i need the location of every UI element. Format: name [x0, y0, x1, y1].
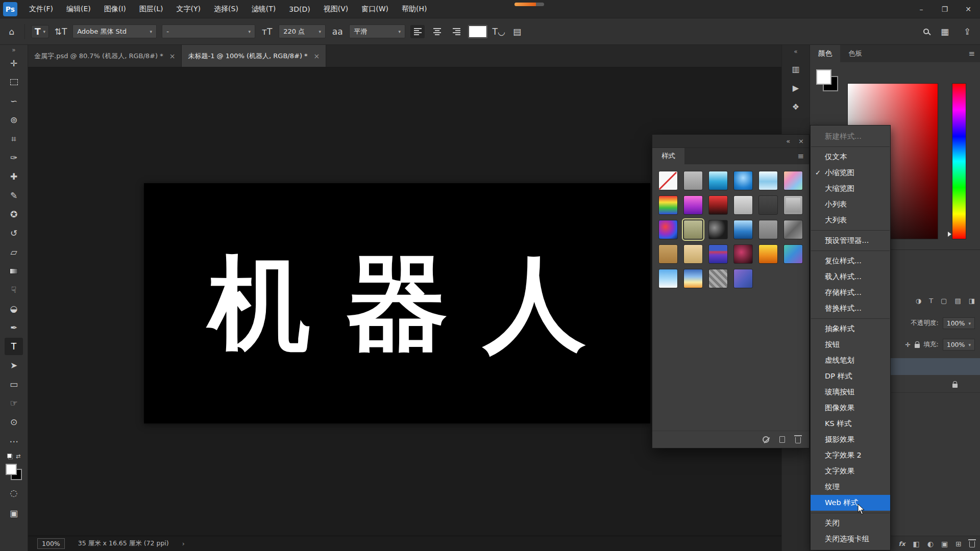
adjustment-layer-icon[interactable]: ◐: [927, 540, 934, 548]
style-swatch[interactable]: [783, 220, 803, 239]
lock-position-icon[interactable]: ✛: [905, 341, 910, 348]
context-menu-item[interactable]: KS 样式: [811, 416, 890, 432]
style-swatch[interactable]: [733, 269, 753, 288]
context-menu-item[interactable]: 大缩览图: [811, 181, 890, 196]
zoom-tool[interactable]: ⊙: [5, 413, 23, 431]
context-menu-item[interactable]: 替换样式...: [811, 300, 890, 316]
style-swatch[interactable]: [683, 171, 703, 190]
menubar-item[interactable]: 3D(D): [282, 0, 316, 18]
text-orientation-icon[interactable]: ⇅T: [54, 25, 67, 38]
device-preview-panel-icon[interactable]: ▥: [792, 64, 799, 74]
context-menu-item[interactable]: 按钮: [811, 337, 890, 353]
tab-close-icon[interactable]: ×: [314, 52, 320, 60]
swap-colors-icon[interactable]: ⇄: [16, 453, 20, 460]
style-swatch[interactable]: [658, 269, 678, 288]
font-family-select[interactable]: Adobe 黑体 Std ▾: [72, 24, 157, 38]
toggle-panels-icon[interactable]: ▤: [510, 25, 524, 38]
default-colors-icon[interactable]: [7, 454, 13, 459]
document-tab[interactable]: 金属字.psd @ 80.7% (机器人, RGB/8#) *×: [28, 45, 182, 67]
clone-stamp-tool[interactable]: ✪: [5, 206, 23, 223]
history-brush-tool[interactable]: ↺: [5, 224, 23, 242]
delete-layer-icon[interactable]: [969, 541, 975, 547]
marquee-tool[interactable]: [5, 73, 23, 91]
context-menu-item[interactable]: 文字效果 2: [811, 447, 890, 463]
tab-close-icon[interactable]: ×: [169, 52, 176, 60]
foreground-color-swatch[interactable]: [6, 464, 17, 475]
pen-tool[interactable]: ✒: [5, 319, 23, 336]
edit-toolbar-icon[interactable]: ⋯: [5, 433, 23, 450]
hue-slider-marker[interactable]: [948, 232, 951, 237]
type-tool[interactable]: T: [5, 338, 23, 355]
style-swatch[interactable]: [658, 220, 678, 239]
collapse-tools-icon[interactable]: »: [12, 46, 15, 54]
context-menu-item[interactable]: Web 样式: [811, 495, 890, 511]
style-swatch[interactable]: [783, 195, 803, 215]
style-swatch[interactable]: [708, 244, 728, 264]
smudge-tool[interactable]: ☟: [5, 281, 23, 298]
context-menu-item[interactable]: 玻璃按钮: [811, 384, 890, 400]
lock-all-icon[interactable]: [915, 344, 920, 348]
context-menu-item[interactable]: 小列表: [811, 196, 890, 212]
home-icon[interactable]: ⌂: [5, 25, 18, 38]
workspace-icon[interactable]: ▦: [938, 25, 951, 38]
style-swatch[interactable]: [733, 195, 753, 215]
fill-select[interactable]: 100% ▾: [943, 339, 975, 350]
expand-panels-icon[interactable]: «: [794, 48, 797, 55]
libraries-panel-icon[interactable]: ❖: [792, 102, 799, 112]
lasso-tool[interactable]: ∽: [5, 92, 23, 110]
crop-tool[interactable]: ⌗: [5, 130, 23, 147]
close-panel-icon[interactable]: ×: [798, 137, 804, 145]
shape-layer-filter-icon[interactable]: ▢: [941, 297, 947, 305]
zoom-level-field[interactable]: 100%: [37, 538, 65, 549]
close-button[interactable]: ✕: [957, 0, 980, 18]
menubar-item[interactable]: 视图(V): [317, 0, 355, 18]
menubar-item[interactable]: 图像(I): [97, 0, 133, 18]
new-layer-icon[interactable]: ⊞: [955, 540, 962, 548]
context-menu-item[interactable]: 大列表: [811, 212, 890, 228]
rectangle-tool[interactable]: ▭: [5, 375, 23, 393]
context-menu-item[interactable]: 关闭选项卡组: [811, 531, 890, 547]
move-tool[interactable]: ✛: [5, 55, 23, 72]
gradient-tool[interactable]: [5, 262, 23, 280]
document-tab[interactable]: 未标题-1 @ 100% (机器人, RGB/8#) *×: [182, 45, 326, 67]
style-swatch[interactable]: [733, 220, 753, 239]
menubar-item[interactable]: 帮助(H): [395, 0, 433, 18]
foreground-background-colors[interactable]: [5, 463, 23, 481]
healing-brush-tool[interactable]: ✚: [5, 168, 23, 185]
style-swatch[interactable]: [733, 171, 753, 190]
menubar-item[interactable]: 文字(Y): [170, 0, 207, 18]
share-icon[interactable]: ⇪: [961, 25, 974, 38]
tab-styles[interactable]: 样式: [652, 148, 684, 164]
quick-selection-tool[interactable]: ⊚: [5, 111, 23, 129]
style-swatch[interactable]: [683, 269, 703, 288]
quick-mask-icon[interactable]: ◌: [5, 484, 23, 502]
status-popup-chevron[interactable]: ›: [182, 540, 185, 547]
context-menu-item[interactable]: 纹理: [811, 479, 890, 495]
photoshop-logo[interactable]: Ps: [3, 2, 17, 16]
font-style-select[interactable]: - ▾: [162, 24, 255, 38]
warp-text-icon[interactable]: T◡: [492, 25, 505, 38]
artboard[interactable]: 机 器 人: [144, 183, 650, 423]
menubar-item[interactable]: 文件(F): [22, 0, 60, 18]
new-group-icon[interactable]: ▣: [941, 540, 948, 548]
brush-tool[interactable]: ✎: [5, 187, 23, 204]
styles-panel-menu-icon[interactable]: ≡: [797, 148, 804, 164]
align-right-button[interactable]: [449, 25, 463, 38]
style-swatch[interactable]: [658, 195, 678, 215]
context-menu-item[interactable]: 预设管理器...: [811, 233, 890, 248]
tab-swatches[interactable]: 色板: [840, 45, 870, 62]
smart-object-filter-icon[interactable]: ▤: [954, 297, 961, 305]
foreground-color-swatch[interactable]: [816, 69, 831, 85]
eyedropper-tool[interactable]: ✑: [5, 149, 23, 166]
context-menu-item[interactable]: 文字效果: [811, 463, 890, 479]
panel-menu-icon[interactable]: ≡: [968, 45, 975, 62]
new-style-icon[interactable]: [779, 436, 785, 443]
style-swatch[interactable]: [758, 220, 778, 239]
screen-mode-icon[interactable]: ▣: [5, 505, 23, 522]
menubar-item[interactable]: 图层(L): [133, 0, 170, 18]
search-icon[interactable]: [923, 29, 929, 34]
path-selection-tool[interactable]: ➤: [5, 357, 23, 374]
collapse-panel-icon[interactable]: «: [786, 137, 790, 145]
minimize-button[interactable]: –: [910, 0, 933, 18]
style-swatch[interactable]: [783, 244, 803, 264]
